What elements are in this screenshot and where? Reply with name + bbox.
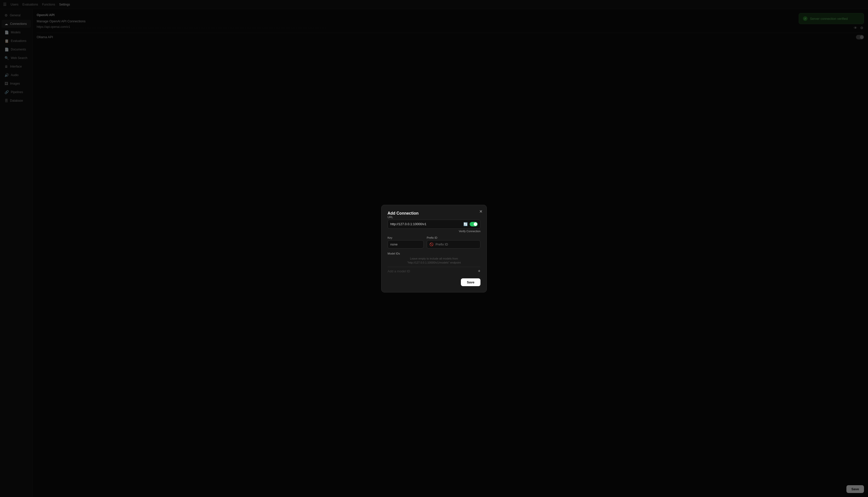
url-label: URL <box>388 216 480 218</box>
modal-footer: Save <box>388 275 480 286</box>
model-ids-hint-line1: Leave empty to include all models from "… <box>388 257 480 265</box>
refresh-icon[interactable]: 🔄 <box>463 222 468 226</box>
add-model-row: Add a model ID + <box>388 267 480 275</box>
add-model-placeholder: Add a model ID <box>388 269 476 273</box>
key-value: none <box>390 242 397 246</box>
key-label: Key <box>388 236 424 239</box>
prefix-label: Prefix ID <box>427 236 480 239</box>
eye-off-icon: 🚫 <box>430 242 434 246</box>
key-field: Key none <box>388 236 424 248</box>
prefix-field: Prefix ID 🚫 <box>427 236 480 248</box>
modal-save-button[interactable]: Save <box>461 279 480 286</box>
add-model-id-button[interactable]: + <box>478 269 480 274</box>
add-connection-modal: Add Connection ✕ URL 🔄 Verify Connection… <box>381 205 487 293</box>
url-field-row: 🔄 <box>388 219 480 229</box>
modal-title: Add Connection <box>388 211 419 215</box>
key-field-row: none <box>388 240 424 248</box>
verify-connection-button[interactable]: Verify Connection <box>459 230 480 233</box>
modal-close-button[interactable]: ✕ <box>479 209 482 214</box>
prefix-id-row: 🚫 <box>427 240 480 248</box>
modal-overlay[interactable]: Add Connection ✕ URL 🔄 Verify Connection… <box>0 0 868 497</box>
prefix-id-input[interactable] <box>435 242 478 246</box>
key-prefix-row: Key none Prefix ID 🚫 <box>388 236 480 248</box>
url-verify-toggle[interactable] <box>470 222 478 226</box>
url-input[interactable] <box>390 222 461 226</box>
model-ids-label: Model IDs <box>388 252 480 255</box>
